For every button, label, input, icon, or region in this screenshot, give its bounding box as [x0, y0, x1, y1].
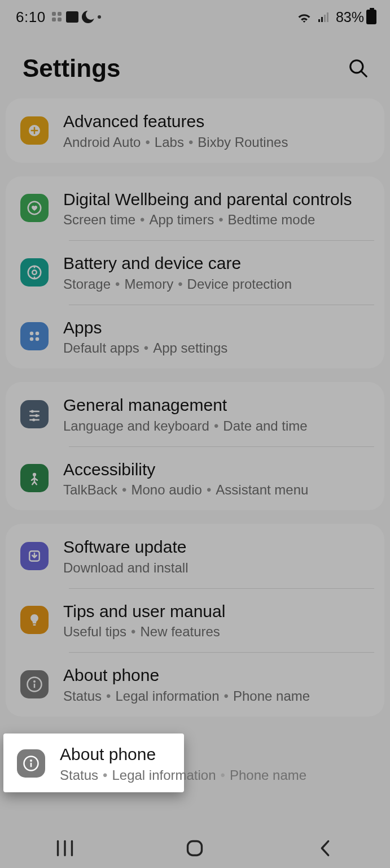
svg-rect-24	[33, 624, 36, 626]
settings-group: Advanced featuresAndroid Auto•Labs•Bixby…	[6, 98, 384, 163]
heart-ring-icon	[20, 194, 49, 222]
svg-point-21	[32, 418, 35, 421]
svg-point-14	[30, 337, 34, 341]
settings-group: Digital Wellbeing and parental controlsS…	[6, 176, 384, 369]
svg-rect-30	[30, 763, 32, 767]
dnd-moon-icon	[82, 11, 94, 23]
device-care-icon	[20, 258, 49, 287]
settings-group: Software updateDownload and installTips …	[6, 524, 384, 717]
settings-item-advanced-features[interactable]: Advanced featuresAndroid Auto•Labs•Bixby…	[6, 98, 384, 163]
info-icon	[20, 670, 49, 698]
item-title: Battery and device care	[63, 253, 370, 274]
svg-point-15	[36, 337, 40, 341]
nav-recents-button[interactable]	[48, 831, 82, 865]
svg-rect-3	[327, 12, 328, 22]
status-bar: 6:10 83%	[0, 0, 390, 32]
cell-signal-icon	[318, 11, 330, 23]
svg-point-13	[36, 332, 40, 336]
item-subtitle: Language and keyboard•Date and time	[63, 418, 370, 434]
settings-item-general-management[interactable]: General managementLanguage and keyboard•…	[6, 382, 384, 446]
svg-point-29	[30, 760, 32, 762]
item-subtitle: Status•Legal information•Phone name	[63, 688, 370, 704]
settings-item-tips[interactable]: Tips and user manualUseful tips•New feat…	[6, 588, 384, 653]
item-title: Digital Wellbeing and parental controls	[63, 189, 370, 210]
svg-point-17	[31, 410, 34, 413]
item-subtitle: Storage•Memory•Device protection	[63, 276, 370, 292]
notifications-icon	[51, 11, 63, 23]
settings-item-about-phone[interactable]: About phoneStatus•Legal information•Phon…	[6, 652, 384, 717]
svg-point-26	[33, 680, 36, 683]
svg-point-12	[30, 332, 34, 336]
info-icon	[17, 749, 45, 778]
sliders-icon	[20, 400, 49, 428]
svg-point-22	[33, 473, 36, 476]
wifi-icon	[296, 11, 312, 23]
status-time: 6:10	[16, 8, 46, 26]
item-title: Apps	[63, 317, 370, 338]
svg-rect-0	[318, 19, 320, 22]
item-subtitle: TalkBack•Mono audio•Assistant menu	[63, 482, 370, 498]
item-subtitle: Screen time•App timers•Bedtime mode	[63, 212, 370, 228]
plus-gear-icon	[20, 116, 49, 145]
item-title: General management	[63, 394, 370, 416]
svg-rect-8	[31, 130, 38, 132]
page-title: Settings	[23, 54, 121, 83]
highlight-about-phone[interactable]: About phone Status•Legal information•Pho…	[3, 734, 184, 792]
settings-item-battery-care[interactable]: Battery and device careStorage•Memory•De…	[6, 240, 384, 305]
item-title: Tips and user manual	[63, 601, 370, 622]
nav-back-button[interactable]	[308, 831, 342, 865]
svg-line-5	[361, 71, 367, 77]
more-notifications-dot-icon	[98, 15, 101, 19]
svg-rect-27	[34, 684, 36, 688]
search-button[interactable]	[346, 56, 371, 81]
home-icon	[185, 839, 204, 858]
item-subtitle: Android Auto•Labs•Bixby Routines	[63, 134, 370, 150]
picture-icon	[66, 11, 78, 23]
search-icon	[348, 58, 369, 79]
svg-point-11	[32, 270, 37, 275]
highlight-subtitle: Status•Legal information•Phone name	[60, 767, 175, 783]
item-title: Advanced features	[63, 111, 370, 132]
person-icon	[20, 464, 49, 492]
page-header: Settings	[0, 32, 390, 98]
svg-point-19	[35, 414, 38, 417]
settings-item-software-update[interactable]: Software updateDownload and install	[6, 524, 384, 588]
item-title: About phone	[63, 665, 370, 686]
settings-item-apps[interactable]: AppsDefault apps•App settings	[6, 305, 384, 369]
settings-group: General managementLanguage and keyboard•…	[6, 382, 384, 510]
item-title: Accessibility	[63, 459, 370, 480]
recents-icon	[55, 840, 75, 857]
back-icon	[317, 839, 333, 858]
svg-rect-1	[321, 17, 323, 22]
navigation-bar	[0, 828, 390, 868]
svg-rect-34	[188, 841, 202, 856]
bulb-icon	[20, 606, 49, 634]
item-subtitle: Download and install	[63, 560, 370, 576]
svg-rect-2	[324, 15, 326, 22]
nav-home-button[interactable]	[178, 831, 212, 865]
settings-item-digital-wellbeing[interactable]: Digital Wellbeing and parental controlsS…	[6, 176, 384, 241]
update-icon	[20, 542, 49, 570]
apps-grid-icon	[20, 322, 49, 350]
battery-percent: 83%	[336, 9, 364, 25]
item-subtitle: Default apps•App settings	[63, 340, 370, 356]
highlight-title: About phone	[60, 744, 175, 765]
item-subtitle: Useful tips•New features	[63, 624, 370, 640]
item-title: Software update	[63, 536, 370, 558]
battery-icon	[366, 10, 376, 24]
settings-item-accessibility[interactable]: AccessibilityTalkBack•Mono audio•Assista…	[6, 446, 384, 511]
